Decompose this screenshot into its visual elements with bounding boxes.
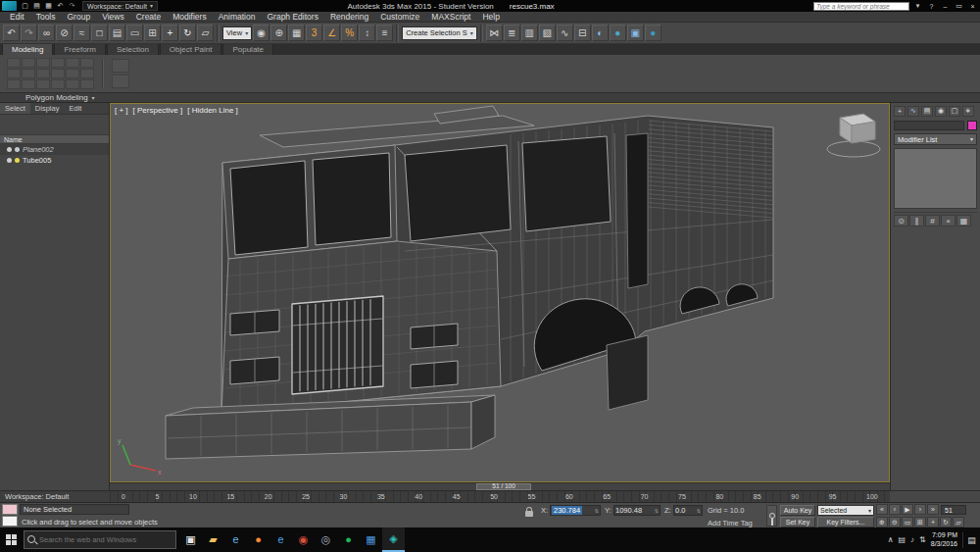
selection-lock-toggle[interactable]	[525, 507, 537, 525]
zoom-all-button[interactable]: ⊖	[889, 517, 901, 527]
viewport-canvas[interactable]: x y	[111, 104, 889, 481]
snaps-toggle-icon[interactable]: 3	[306, 25, 322, 41]
redo-quick-icon[interactable]: ↷	[67, 1, 77, 11]
rendered-frame-window-icon[interactable]: ▣	[627, 25, 644, 41]
object-color-swatch[interactable]	[967, 121, 977, 130]
motion-tab-icon[interactable]: ◉	[935, 106, 947, 117]
menu-item[interactable]: Views	[96, 12, 130, 22]
steam-icon[interactable]: ◎	[315, 527, 337, 552]
internet-explorer-icon[interactable]: e	[270, 527, 292, 552]
edit-named-selection-sets-icon[interactable]: ≡	[376, 25, 393, 41]
orbit-button[interactable]: ↻	[940, 517, 952, 527]
create-tab-icon[interactable]: +	[894, 106, 906, 117]
ribbon-tab-populate[interactable]: Populate	[222, 43, 273, 55]
polygon-modeling-panel-header[interactable]: Polygon Modeling ▾	[0, 92, 980, 103]
menu-item[interactable]: Group	[62, 12, 97, 22]
hierarchy-tab-icon[interactable]: ▤	[921, 106, 933, 117]
workspace-dropdown[interactable]: Workspace: Default ▾	[82, 1, 158, 11]
align-icon[interactable]: ≣	[504, 25, 520, 41]
make-unique-button[interactable]: #	[925, 215, 940, 226]
viewport-shading-menu[interactable]: [ Hidden Line ]	[187, 106, 238, 115]
pan-button[interactable]: +	[927, 517, 939, 527]
macro-recorder-field[interactable]	[2, 504, 18, 515]
add-time-tag-button[interactable]: Add Time Tag	[708, 519, 753, 527]
perspective-viewport[interactable]: x y [ + ] [ Perspective ] [ Hidden Line …	[110, 103, 890, 482]
select-and-link-icon[interactable]: ∞	[38, 25, 55, 41]
auto-key-button[interactable]: Auto Key	[780, 505, 815, 516]
angle-snap-icon[interactable]: ∠	[323, 25, 340, 41]
previous-frame-button[interactable]: ‹	[889, 504, 901, 515]
set-keys-button[interactable]	[766, 505, 777, 527]
start-button[interactable]	[0, 527, 22, 552]
material-editor-icon[interactable]: ◐	[592, 25, 609, 41]
3ds-max-taskbar-icon[interactable]: ◈	[382, 527, 405, 552]
select-and-scale-icon[interactable]: ▱	[197, 25, 214, 41]
onedrive-tray-icon[interactable]: ▤	[898, 535, 906, 544]
undo-icon[interactable]: ↶	[3, 25, 20, 41]
explorer-tab-edit[interactable]: Edit	[64, 103, 86, 114]
set-key-button[interactable]: Set Key	[780, 517, 815, 527]
render-production-icon[interactable]: ●	[645, 25, 662, 41]
photos-icon[interactable]: ▦	[360, 527, 382, 552]
key-filters-button[interactable]: Key Filters...	[817, 517, 874, 527]
display-tab-icon[interactable]: ▢	[949, 106, 960, 117]
timeline-ruler[interactable]: 0510152025303540455055606570758085909510…	[110, 490, 890, 502]
app-logo-icon[interactable]	[2, 1, 17, 11]
explorer-tab-select[interactable]: Select	[0, 103, 30, 114]
selection-set-dropdown[interactable]: Selected ▾	[817, 505, 874, 516]
task-view-icon[interactable]: ▣	[179, 527, 202, 552]
y-coordinate-field[interactable]: 1090.48 ⇅	[613, 505, 661, 516]
time-slider-handle[interactable]: 51 / 100	[476, 483, 531, 490]
render-setup-icon[interactable]: ●	[610, 25, 626, 41]
next-frame-button[interactable]: ›	[914, 504, 926, 515]
time-slider-track[interactable]: 51 / 100	[110, 482, 890, 490]
viewport-pov-menu[interactable]: [ Perspective ]	[133, 106, 183, 115]
keyboard-shortcut-override-icon[interactable]: ▦	[288, 25, 305, 41]
visibility-icon[interactable]	[7, 158, 12, 163]
edge-icon[interactable]: e	[224, 527, 247, 552]
utilities-tab-icon[interactable]: ∗	[962, 106, 974, 117]
object-name-field[interactable]	[894, 121, 964, 130]
select-and-manipulate-icon[interactable]: ⊕	[270, 25, 287, 41]
chrome-icon[interactable]: ◉	[292, 527, 315, 552]
explorer-tab-display[interactable]: Display	[30, 103, 65, 114]
ribbon-tab-freeform[interactable]: Freeform	[54, 43, 105, 55]
explorer-name-header[interactable]: Name	[0, 134, 109, 144]
window-crossing-icon[interactable]: ⊞	[144, 25, 161, 41]
menu-item[interactable]: Create	[130, 12, 168, 22]
spinner-icon[interactable]: ⇅	[697, 508, 701, 514]
x-coordinate-field[interactable]: 230.784 ⇅	[550, 505, 601, 516]
menu-item[interactable]: Rendering	[324, 12, 374, 22]
use-pivot-point-icon[interactable]: ◉	[253, 25, 270, 41]
file-explorer-icon[interactable]: ▰	[202, 527, 224, 552]
scene-object-plane002[interactable]: Plane002	[0, 144, 109, 155]
network-icon[interactable]: ⇅	[919, 535, 926, 544]
select-and-rotate-icon[interactable]: ↻	[179, 25, 196, 41]
configure-modifier-sets-button[interactable]: ▦	[956, 215, 971, 226]
mirror-icon[interactable]: ⋈	[486, 25, 503, 41]
menu-item[interactable]: Modifiers	[167, 12, 212, 22]
help-icon[interactable]: ?	[926, 1, 937, 11]
firefox-icon[interactable]: ●	[247, 527, 270, 552]
spinner-icon[interactable]: ⇅	[655, 508, 659, 514]
maxscript-mini-listener[interactable]	[2, 516, 18, 527]
named-selection-dropdown[interactable]: Create Selection S▾	[402, 26, 477, 40]
curve-editor-icon[interactable]: ∿	[557, 25, 573, 41]
show-end-result-button[interactable]: ∥	[909, 215, 924, 226]
spinner-snap-icon[interactable]: ↕	[359, 25, 375, 41]
percent-snap-icon[interactable]: %	[341, 25, 358, 41]
go-to-end-button[interactable]: »	[927, 504, 939, 515]
modify-tab-icon[interactable]: ∿	[907, 106, 919, 117]
select-object-icon[interactable]: □	[91, 25, 108, 41]
help-search-input[interactable]	[813, 2, 909, 11]
menu-item[interactable]: Animation	[213, 12, 262, 22]
ribbon-tab-object-paint[interactable]: Object Paint	[160, 43, 222, 55]
undo-quick-icon[interactable]: ↶	[55, 1, 66, 11]
volume-icon[interactable]: ♪	[910, 535, 914, 544]
taskbar-clock[interactable]: 7:09 PM 8/3/2016	[931, 531, 957, 548]
open-file-icon[interactable]: ▤	[31, 1, 42, 11]
menu-item[interactable]: Edit	[4, 12, 30, 22]
current-frame-field[interactable]: 51	[941, 505, 966, 515]
workspace-status-label[interactable]: Workspace: Default	[0, 490, 110, 502]
reference-coordinate-dropdown[interactable]: View▾	[222, 26, 252, 40]
